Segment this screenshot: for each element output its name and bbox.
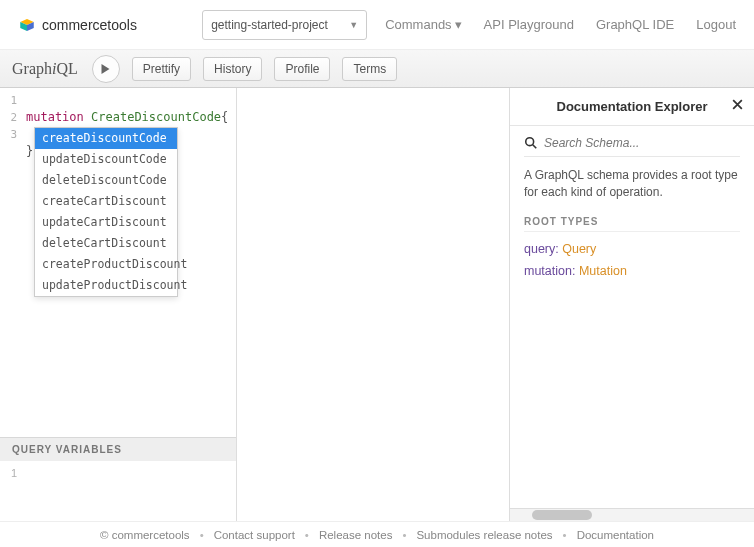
root-query: query: Query bbox=[524, 242, 740, 256]
nav-api-playground[interactable]: API Playground bbox=[484, 17, 574, 32]
commercetools-logo-icon bbox=[18, 16, 36, 34]
doc-body: A GraphQL schema provides a root type fo… bbox=[510, 126, 754, 508]
schema-search-input[interactable] bbox=[544, 136, 740, 150]
project-dropdown-value: getting-started-project bbox=[211, 18, 328, 32]
top-nav: Commands▾ API Playground GraphQL IDE Log… bbox=[385, 17, 736, 32]
project-dropdown[interactable]: getting-started-project ▼ bbox=[202, 10, 367, 40]
result-pane bbox=[237, 88, 509, 521]
autocomplete-item[interactable]: updateProductDiscount bbox=[35, 275, 177, 296]
play-icon bbox=[100, 63, 111, 75]
scrollbar-thumb[interactable] bbox=[532, 510, 592, 520]
line-gutter: 1 2 3 bbox=[0, 88, 22, 437]
query-variables-editor[interactable]: 1 bbox=[0, 461, 236, 521]
autocomplete-item[interactable]: createCartDiscount bbox=[35, 191, 177, 212]
autocomplete-popup: createDiscountCodeupdateDiscountCodedele… bbox=[34, 127, 178, 297]
autocomplete-item[interactable]: deleteCartDiscount bbox=[35, 233, 177, 254]
workspace: 1 2 3 mutation CreateDiscountCode{ disco… bbox=[0, 88, 754, 521]
doc-description: A GraphQL schema provides a root type fo… bbox=[524, 167, 740, 202]
caret-down-icon: ▾ bbox=[455, 17, 462, 32]
root-types-label: ROOT TYPES bbox=[524, 216, 740, 232]
root-type-query[interactable]: Query bbox=[562, 242, 596, 256]
execute-button[interactable] bbox=[92, 55, 120, 83]
footer-submodules[interactable]: Submodules release notes bbox=[416, 529, 552, 541]
svg-line-1 bbox=[533, 145, 537, 149]
nav-graphql-ide[interactable]: GraphQL IDE bbox=[596, 17, 674, 32]
query-editor[interactable]: 1 2 3 mutation CreateDiscountCode{ disco… bbox=[0, 88, 236, 437]
doc-title: Documentation Explorer bbox=[557, 99, 708, 114]
nav-commands[interactable]: Commands▾ bbox=[385, 17, 461, 32]
doc-header: Documentation Explorer bbox=[510, 88, 754, 126]
schema-search bbox=[524, 136, 740, 157]
footer-release[interactable]: Release notes bbox=[319, 529, 393, 541]
graphiql-toolbar: GraphiQL Prettify History Profile Terms bbox=[0, 50, 754, 88]
editor-column: 1 2 3 mutation CreateDiscountCode{ disco… bbox=[0, 88, 237, 521]
topbar: commercetools getting-started-project ▼ … bbox=[0, 0, 754, 50]
footer: © commercetools • Contact support • Rele… bbox=[0, 521, 754, 547]
search-icon bbox=[524, 136, 538, 150]
prettify-button[interactable]: Prettify bbox=[132, 57, 191, 81]
documentation-explorer: Documentation Explorer A GraphQL schema … bbox=[509, 88, 754, 521]
qv-gutter: 1 bbox=[0, 461, 22, 521]
autocomplete-item[interactable]: updateDiscountCode bbox=[35, 149, 177, 170]
footer-documentation[interactable]: Documentation bbox=[577, 529, 654, 541]
brand-logo: commercetools bbox=[18, 16, 137, 34]
horizontal-scrollbar[interactable] bbox=[510, 508, 754, 521]
autocomplete-item[interactable]: deleteDiscountCode bbox=[35, 170, 177, 191]
profile-button[interactable]: Profile bbox=[274, 57, 330, 81]
autocomplete-item[interactable]: updateCartDiscount bbox=[35, 212, 177, 233]
autocomplete-item[interactable]: createProductDiscount bbox=[35, 254, 177, 275]
footer-contact[interactable]: Contact support bbox=[214, 529, 295, 541]
query-variables-header[interactable]: QUERY VARIABLES bbox=[0, 437, 236, 461]
root-type-mutation[interactable]: Mutation bbox=[579, 264, 627, 278]
history-button[interactable]: History bbox=[203, 57, 262, 81]
brand-name: commercetools bbox=[42, 17, 137, 33]
svg-point-0 bbox=[526, 138, 534, 146]
caret-down-icon: ▼ bbox=[349, 20, 358, 30]
root-mutation: mutation: Mutation bbox=[524, 264, 740, 278]
close-icon[interactable] bbox=[731, 98, 744, 114]
footer-copyright: © commercetools bbox=[100, 529, 190, 541]
autocomplete-item[interactable]: createDiscountCode bbox=[35, 128, 177, 149]
graphiql-title: GraphiQL bbox=[12, 60, 78, 78]
terms-button[interactable]: Terms bbox=[342, 57, 397, 81]
nav-logout[interactable]: Logout bbox=[696, 17, 736, 32]
